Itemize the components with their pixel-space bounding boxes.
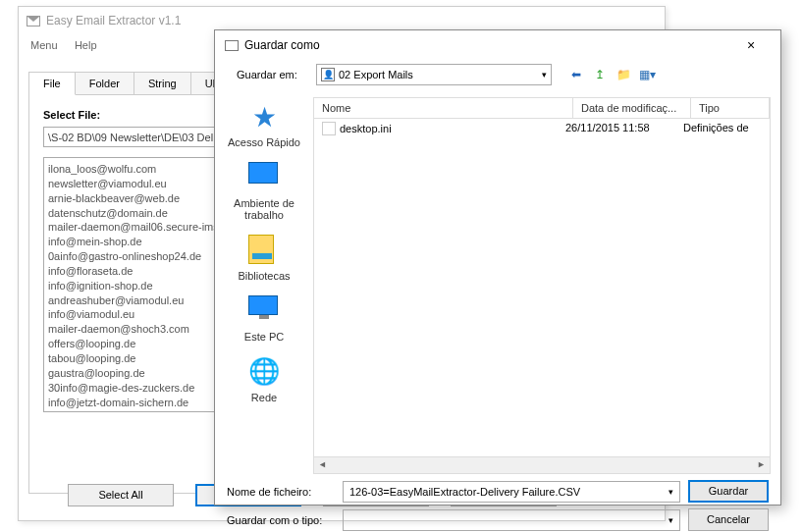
dialog-titlebar: Guardar como ×	[215, 30, 780, 60]
save-button[interactable]: Guardar	[688, 480, 769, 503]
tab-folder[interactable]: Folder	[76, 73, 134, 95]
scroll-track[interactable]	[331, 457, 753, 473]
dialog-footer: Nome de ficheiro: 126-03=EasyMailExtract…	[215, 474, 780, 532]
filename-label: Nome de ficheiro:	[227, 486, 335, 498]
back-icon[interactable]: ⬅	[567, 66, 585, 83]
file-name: desktop.ini	[340, 123, 392, 134]
place-network-label: Rede	[248, 392, 280, 403]
file-icon	[322, 122, 336, 135]
nav-icons: ⬅ ↥ 📁 ▦▾	[567, 66, 656, 83]
menu-help[interactable]: Help	[75, 39, 97, 51]
person-icon: 👤	[321, 68, 335, 81]
star-icon: ★	[248, 101, 280, 133]
scroll-left-icon[interactable]: ◄	[314, 457, 331, 473]
new-folder-icon[interactable]: 📁	[615, 66, 632, 83]
place-quick-access[interactable]: ★ Acesso Rápido	[228, 101, 300, 148]
save-as-dialog: Guardar como × Guardar em: 👤 02 Export M…	[214, 29, 781, 505]
filetype-label: Guardar com o tipo:	[227, 514, 335, 526]
col-type[interactable]: Tipo	[691, 98, 770, 118]
dialog-title: Guardar como	[244, 38, 731, 52]
file-list[interactable]: desktop.ini 26/11/2015 11:58 Definições …	[313, 119, 771, 457]
menu-menu[interactable]: Menu	[30, 39, 58, 51]
file-list-header: Nome Data de modificaç... Tipo	[313, 97, 771, 119]
place-desktop[interactable]: Ambiente de trabalho	[219, 162, 309, 221]
location-combo[interactable]: 👤 02 Export Mails ▾	[316, 64, 552, 85]
place-libraries[interactable]: Bibliotecas	[238, 235, 290, 282]
scroll-right-icon[interactable]: ►	[753, 457, 770, 473]
select-all-button[interactable]: Select All	[68, 484, 174, 506]
place-quick-label: Acesso Rápido	[228, 136, 300, 148]
file-area: Nome Data de modificaç... Tipo desktop.i…	[313, 91, 780, 474]
desktop-icon	[248, 162, 280, 193]
h-scrollbar[interactable]: ◄ ►	[313, 457, 771, 474]
place-libraries-label: Bibliotecas	[238, 270, 290, 282]
chevron-down-icon: ▾	[542, 70, 547, 80]
pc-icon	[248, 295, 280, 327]
filetype-combo[interactable]: ▾	[343, 509, 680, 531]
chevron-down-icon: ▾	[669, 515, 673, 525]
place-pc-label: Este PC	[244, 331, 284, 343]
places-bar: ★ Acesso Rápido Ambiente de trabalho Bib…	[215, 91, 313, 474]
place-this-pc[interactable]: Este PC	[244, 295, 284, 343]
filename-value: 126-03=EasyMailExtractor-Delivery Failur…	[349, 486, 580, 498]
place-desktop-label: Ambiente de trabalho	[219, 197, 309, 221]
app-title: Easy Email Extractor v1.1	[46, 14, 181, 27]
close-button[interactable]: ×	[731, 37, 771, 53]
view-menu-icon[interactable]: ▦▾	[638, 66, 656, 83]
file-date: 26/11/2015 11:58	[565, 122, 683, 135]
location-bar: Guardar em: 👤 02 Export Mails ▾ ⬅ ↥ 📁 ▦▾	[215, 60, 780, 91]
tab-string[interactable]: String	[134, 73, 191, 95]
dialog-icon	[225, 40, 239, 51]
network-icon: 🌐	[248, 356, 280, 388]
filename-input[interactable]: 126-03=EasyMailExtractor-Delivery Failur…	[343, 481, 680, 503]
tab-file[interactable]: File	[29, 73, 76, 95]
location-name: 02 Export Mails	[339, 69, 413, 80]
cancel-button[interactable]: Cancelar	[688, 508, 769, 531]
dialog-body: ★ Acesso Rápido Ambiente de trabalho Bib…	[215, 91, 780, 474]
col-date[interactable]: Data de modificaç...	[573, 98, 691, 118]
place-network[interactable]: 🌐 Rede	[248, 356, 280, 403]
chevron-down-icon: ▾	[669, 487, 673, 497]
libraries-icon	[248, 235, 280, 266]
app-icon	[27, 16, 40, 27]
file-row[interactable]: desktop.ini 26/11/2015 11:58 Definições …	[314, 119, 770, 138]
up-icon[interactable]: ↥	[591, 66, 609, 83]
col-name[interactable]: Nome	[314, 98, 573, 118]
save-in-label: Guardar em:	[237, 69, 310, 80]
file-type: Definições de	[683, 122, 762, 135]
